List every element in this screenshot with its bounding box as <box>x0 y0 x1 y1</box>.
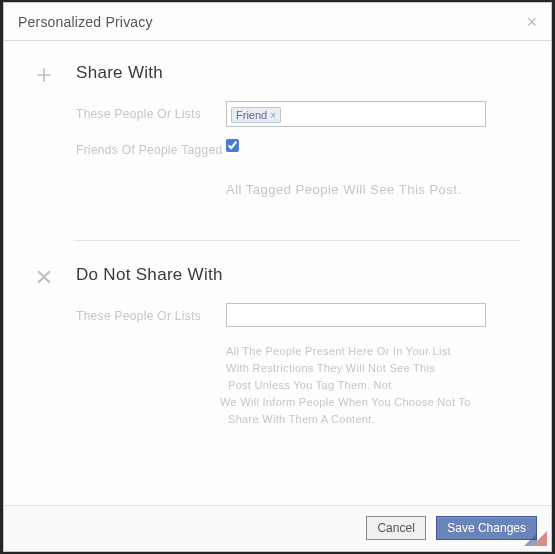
modal-body: Share With These People Or Lists Friend×… <box>4 41 551 468</box>
x-icon <box>34 267 54 287</box>
privacy-modal: Personalized Privacy × Share With These … <box>3 2 552 552</box>
share-note-row: All Tagged People Will See This Post. <box>76 169 521 200</box>
share-title: Share With <box>76 63 521 83</box>
deny-section: Do Not Share With These People Or Lists … <box>34 265 521 458</box>
deny-note-row: All The People Present Here Or In Your L… <box>76 337 521 428</box>
tag-remove-icon[interactable]: × <box>270 110 276 121</box>
friends-tagged-checkbox[interactable] <box>226 139 239 152</box>
deny-people-input[interactable] <box>226 303 486 327</box>
share-note: All Tagged People Will See This Post. <box>226 181 486 200</box>
cancel-button[interactable]: Cancel <box>366 516 425 540</box>
deny-people-row: These People Or Lists <box>76 303 521 327</box>
deny-note: All The People Present Here Or In Your L… <box>226 343 496 428</box>
friends-tagged-row: Friends Of People Tagged <box>76 137 521 159</box>
deny-people-label: These People Or Lists <box>76 303 226 325</box>
plus-icon <box>34 65 54 85</box>
modal-header: Personalized Privacy × <box>4 3 551 41</box>
save-changes-button[interactable]: Save Changes <box>436 516 537 540</box>
share-tag[interactable]: Friend× <box>231 107 281 123</box>
friends-tagged-label: Friends Of People Tagged <box>76 137 226 159</box>
deny-title: Do Not Share With <box>76 265 521 285</box>
modal-footer: Cancel Save Changes <box>4 505 551 551</box>
close-icon: × <box>526 12 537 32</box>
share-people-label: These People Or Lists <box>76 101 226 123</box>
modal-title: Personalized Privacy <box>18 3 537 41</box>
close-button[interactable]: × <box>522 11 541 33</box>
share-tag-label: Friend <box>236 109 267 121</box>
share-section: Share With These People Or Lists Friend×… <box>34 63 521 230</box>
share-people-row: These People Or Lists Friend× <box>76 101 521 127</box>
section-divider <box>74 240 521 241</box>
share-people-input[interactable]: Friend× <box>226 101 486 127</box>
